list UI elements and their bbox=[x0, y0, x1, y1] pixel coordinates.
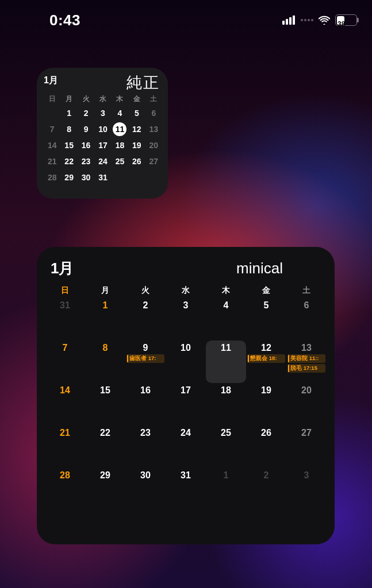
calendar-large-day[interactable]: 19 bbox=[246, 383, 286, 425]
calendar-small-day: 31 bbox=[94, 171, 111, 184]
calendar-large-day[interactable]: 2 bbox=[246, 468, 286, 510]
calendar-large-dow: 火 bbox=[125, 285, 166, 298]
calendar-event[interactable]: 美容院 11:: bbox=[287, 354, 325, 363]
calendar-large-day[interactable]: 3 bbox=[286, 468, 327, 510]
calendar-small-day: 13 bbox=[145, 122, 162, 136]
calendar-large-day[interactable]: 9歯医者 17: bbox=[125, 341, 166, 383]
calendar-event[interactable]: 脱毛 17:15 bbox=[287, 364, 325, 373]
calendar-small-day bbox=[112, 171, 128, 184]
calendar-large-day-number: 25 bbox=[206, 428, 246, 438]
calendar-small-day: 5 bbox=[128, 106, 145, 120]
calendar-large-day[interactable]: 30 bbox=[125, 468, 166, 510]
calendar-widget-large[interactable]: 1月 minical 日月火水木金土31123456789歯医者 17:1011… bbox=[37, 247, 335, 544]
calendar-small-dow: 木 bbox=[112, 94, 128, 104]
calendar-large-day[interactable]: 6 bbox=[286, 298, 327, 341]
calendar-small-day: 28 bbox=[44, 171, 60, 184]
calendar-small-day: 4 bbox=[112, 106, 128, 120]
calendar-large-day[interactable]: 31 bbox=[166, 468, 206, 510]
calendar-small-dow: 日 bbox=[44, 94, 60, 104]
calendar-large-day-number: 1 bbox=[206, 470, 246, 481]
calendar-large-day[interactable]: 16 bbox=[125, 383, 166, 425]
calendar-large-events: 美容院 11::脱毛 17:15 bbox=[287, 354, 325, 373]
calendar-large-day[interactable]: 5 bbox=[246, 298, 286, 341]
calendar-large-day[interactable]: 31 bbox=[45, 298, 85, 341]
calendar-small-day: 18 bbox=[112, 138, 128, 152]
calendar-small-day: 21 bbox=[44, 154, 60, 168]
calendar-large-day[interactable]: 10 bbox=[166, 341, 206, 383]
calendar-large-day-number: 15 bbox=[85, 385, 125, 396]
calendar-small-day: 19 bbox=[128, 138, 145, 152]
calendar-event[interactable]: 歯医者 17: bbox=[126, 354, 164, 363]
calendar-large-dow: 水 bbox=[166, 285, 206, 298]
calendar-small-day: 17 bbox=[94, 138, 111, 152]
calendar-large-day-number: 11 bbox=[206, 343, 246, 353]
calendar-large-day-number: 31 bbox=[45, 300, 85, 311]
calendar-large-day-number: 1 bbox=[85, 300, 125, 311]
calendar-small-dow: 火 bbox=[78, 94, 94, 104]
calendar-large-day-number: 30 bbox=[125, 470, 166, 481]
calendar-large-day-number: 2 bbox=[125, 300, 166, 311]
calendar-event[interactable]: 懇親会 18: bbox=[247, 354, 285, 363]
calendar-small-day: 16 bbox=[78, 138, 94, 152]
calendar-large-day[interactable]: 18 bbox=[206, 383, 246, 425]
calendar-large-day[interactable]: 23 bbox=[125, 425, 166, 468]
calendar-large-day[interactable]: 20 bbox=[286, 383, 327, 425]
battery-icon: 38 38 bbox=[335, 14, 357, 26]
calendar-large-grid: 日月火水木金土31123456789歯医者 17:101112懇親会 18:13… bbox=[45, 285, 327, 510]
calendar-large-day[interactable]: 8 bbox=[85, 341, 125, 383]
calendar-small-day: 12 bbox=[128, 122, 145, 136]
calendar-small-day: 7 bbox=[44, 122, 60, 136]
calendar-large-day[interactable]: 17 bbox=[166, 383, 206, 425]
calendar-large-dow: 日 bbox=[45, 285, 85, 298]
calendar-large-day-number: 10 bbox=[166, 343, 206, 353]
calendar-small-title: 純正 bbox=[126, 72, 160, 93]
calendar-large-day-number: 14 bbox=[45, 385, 85, 396]
calendar-small-dow: 水 bbox=[94, 94, 111, 104]
calendar-large-day-number: 26 bbox=[246, 428, 286, 438]
calendar-large-day[interactable]: 14 bbox=[45, 383, 85, 425]
calendar-small-day: 3 bbox=[94, 106, 111, 120]
calendar-large-day-number: 28 bbox=[45, 470, 85, 481]
calendar-large-day[interactable]: 12懇親会 18: bbox=[246, 341, 286, 383]
calendar-large-day[interactable]: 13美容院 11::脱毛 17:15 bbox=[286, 341, 327, 383]
calendar-small-day: 20 bbox=[145, 138, 162, 152]
calendar-large-day[interactable]: 24 bbox=[166, 425, 206, 468]
calendar-large-day[interactable]: 28 bbox=[45, 468, 85, 510]
dual-sim-icon bbox=[301, 19, 313, 21]
calendar-large-day[interactable]: 26 bbox=[246, 425, 286, 468]
calendar-small-day: 26 bbox=[128, 154, 145, 168]
calendar-large-day-number: 6 bbox=[286, 300, 327, 311]
calendar-small-month: 1月 bbox=[44, 75, 58, 87]
calendar-large-day-number: 18 bbox=[206, 385, 246, 396]
calendar-small-day: 25 bbox=[112, 154, 128, 168]
calendar-small-dow: 土 bbox=[145, 94, 162, 104]
cellular-signal-icon bbox=[282, 16, 295, 25]
calendar-large-day[interactable]: 1 bbox=[206, 468, 246, 510]
calendar-large-day[interactable]: 1 bbox=[85, 298, 125, 341]
calendar-small-day bbox=[44, 106, 60, 120]
calendar-large-title: minical bbox=[236, 260, 283, 277]
calendar-large-day[interactable]: 29 bbox=[85, 468, 125, 510]
calendar-large-day[interactable]: 4 bbox=[206, 298, 246, 341]
calendar-small-day: 14 bbox=[44, 138, 60, 152]
calendar-large-day-number: 27 bbox=[286, 428, 327, 438]
calendar-large-dow: 土 bbox=[286, 285, 327, 298]
calendar-large-day-number: 12 bbox=[246, 343, 286, 353]
calendar-large-day[interactable]: 7 bbox=[45, 341, 85, 383]
calendar-small-day: 24 bbox=[94, 154, 111, 168]
calendar-small-day: 6 bbox=[145, 106, 162, 120]
calendar-large-day[interactable]: 15 bbox=[85, 383, 125, 425]
calendar-small-grid: 日月火水木金土123456789101112131415161718192021… bbox=[44, 94, 162, 184]
calendar-large-day[interactable]: 11 bbox=[206, 341, 246, 383]
calendar-large-day[interactable]: 21 bbox=[45, 425, 85, 468]
calendar-large-day-number: 2 bbox=[246, 470, 286, 481]
calendar-large-month: 1月 bbox=[51, 258, 74, 278]
calendar-large-day[interactable]: 2 bbox=[125, 298, 166, 341]
calendar-widget-small[interactable]: 1月 純正 日月火水木金土123456789101112131415161718… bbox=[37, 68, 168, 199]
calendar-large-day[interactable]: 22 bbox=[85, 425, 125, 468]
calendar-large-day[interactable]: 27 bbox=[286, 425, 327, 468]
calendar-small-day: 8 bbox=[60, 122, 77, 136]
calendar-large-day-number: 3 bbox=[286, 470, 327, 481]
calendar-large-day[interactable]: 25 bbox=[206, 425, 246, 468]
calendar-large-day[interactable]: 3 bbox=[166, 298, 206, 341]
